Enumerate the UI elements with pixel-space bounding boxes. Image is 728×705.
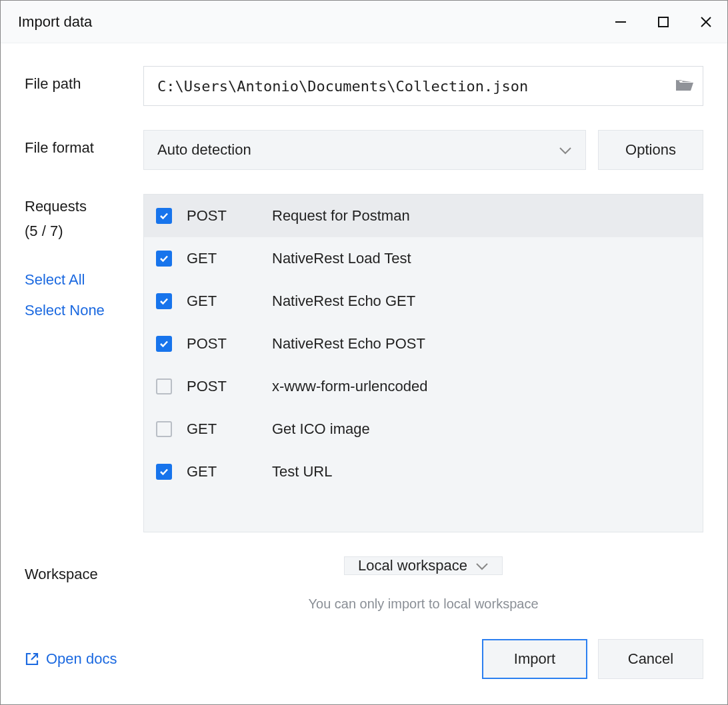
request-method: GET: [187, 463, 272, 480]
import-dialog: Import data File path C:\Users\Antonio\D…: [0, 0, 728, 705]
request-name: Get ICO image: [272, 420, 691, 438]
file-format-select[interactable]: Auto detection: [143, 130, 586, 170]
request-row[interactable]: GETNativeRest Load Test: [144, 237, 703, 280]
close-button[interactable]: [685, 1, 727, 43]
workspace-hint: You can only import to local workspace: [309, 596, 539, 612]
request-checkbox[interactable]: [156, 464, 172, 480]
requests-row: Requests (5 / 7) Select All Select None …: [25, 194, 703, 532]
chevron-down-icon: [559, 141, 572, 159]
requests-list: POSTRequest for PostmanGETNativeRest Loa…: [143, 194, 703, 532]
workspace-value: Local workspace: [358, 557, 467, 574]
workspace-row: Workspace Local workspace You can only i…: [25, 556, 703, 612]
dialog-footer: Open docs Import Cancel: [1, 639, 727, 704]
open-docs-label: Open docs: [46, 650, 117, 668]
request-name: NativeRest Echo POST: [272, 335, 691, 352]
request-name: x-www-form-urlencoded: [272, 378, 691, 395]
request-checkbox[interactable]: [156, 208, 172, 224]
titlebar: Import data: [1, 1, 727, 43]
request-row[interactable]: POSTx-www-form-urlencoded: [144, 365, 703, 408]
file-path-label: File path: [25, 66, 130, 93]
request-row[interactable]: POSTRequest for Postman: [144, 195, 703, 237]
folder-open-icon[interactable]: [675, 77, 693, 95]
file-path-input[interactable]: C:\Users\Antonio\Documents\Collection.js…: [143, 66, 703, 106]
requests-label: Requests: [25, 194, 130, 219]
request-checkbox[interactable]: [156, 378, 172, 394]
minimize-icon: [614, 15, 627, 29]
chevron-down-icon: [475, 557, 489, 574]
check-icon: [159, 211, 169, 221]
window-title: Import data: [18, 13, 599, 31]
dialog-content: File path C:\Users\Antonio\Documents\Col…: [1, 43, 727, 639]
file-path-row: File path C:\Users\Antonio\Documents\Col…: [25, 66, 703, 106]
workspace-select[interactable]: Local workspace: [344, 556, 503, 575]
options-button[interactable]: Options: [598, 130, 703, 170]
import-button[interactable]: Import: [482, 639, 587, 679]
request-checkbox[interactable]: [156, 336, 172, 352]
cancel-button[interactable]: Cancel: [598, 639, 703, 679]
external-link-icon: [25, 652, 39, 666]
request-checkbox[interactable]: [156, 421, 172, 437]
request-name: NativeRest Load Test: [272, 250, 691, 267]
select-all-link[interactable]: Select All: [25, 267, 130, 294]
select-none-link[interactable]: Select None: [25, 297, 130, 325]
request-method: GET: [187, 293, 272, 310]
request-row[interactable]: GETTest URL: [144, 450, 703, 493]
request-checkbox[interactable]: [156, 251, 172, 267]
file-format-row: File format Auto detection Options: [25, 130, 703, 170]
check-icon: [159, 296, 169, 307]
check-icon: [159, 466, 169, 477]
request-method: GET: [187, 250, 272, 267]
request-row[interactable]: POSTNativeRest Echo POST: [144, 323, 703, 365]
file-path-value: C:\Users\Antonio\Documents\Collection.js…: [157, 78, 667, 95]
request-method: POST: [187, 335, 272, 352]
file-format-value: Auto detection: [157, 141, 551, 159]
request-checkbox[interactable]: [156, 293, 172, 309]
close-icon: [699, 15, 713, 29]
request-name: Request for Postman: [272, 207, 691, 225]
workspace-label: Workspace: [25, 556, 130, 583]
request-row[interactable]: GETNativeRest Echo GET: [144, 280, 703, 323]
check-icon: [159, 339, 169, 349]
maximize-button[interactable]: [642, 1, 685, 43]
request-name: NativeRest Echo GET: [272, 293, 691, 310]
file-format-label: File format: [25, 130, 130, 157]
request-method: GET: [187, 420, 272, 438]
check-icon: [159, 253, 169, 264]
minimize-button[interactable]: [599, 1, 642, 43]
request-method: POST: [187, 207, 272, 225]
requests-counter: (5 / 7): [25, 219, 130, 243]
maximize-icon: [657, 15, 670, 29]
request-method: POST: [187, 378, 272, 395]
requests-sidebar: Requests (5 / 7) Select All Select None: [25, 194, 130, 532]
request-name: Test URL: [272, 463, 691, 480]
svg-rect-1: [659, 17, 668, 27]
open-docs-link[interactable]: Open docs: [25, 650, 117, 668]
request-row[interactable]: GETGet ICO image: [144, 408, 703, 450]
